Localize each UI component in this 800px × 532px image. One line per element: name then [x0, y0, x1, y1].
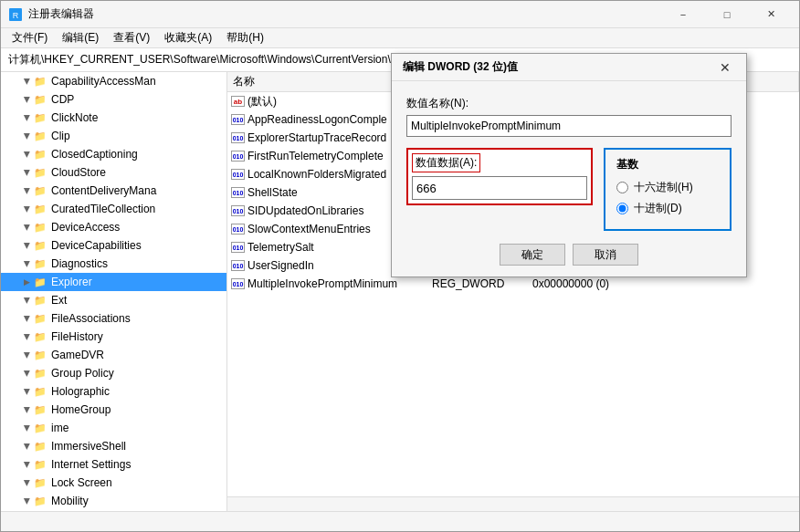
tree-item-ext[interactable]: Ext [1, 291, 226, 309]
dialog-close-button[interactable]: ✕ [715, 57, 735, 78]
tree-item-label: Explorer [51, 276, 92, 288]
folder-icon [34, 311, 48, 326]
folder-icon [34, 256, 48, 271]
dword-icon: 010 [231, 205, 245, 216]
tree-item-homegroup[interactable]: HomeGroup [1, 401, 226, 419]
tree-item-explorer[interactable]: Explorer [1, 273, 226, 291]
entry-name: SIDUpdatedOnLibraries [247, 204, 363, 217]
entry-name: FirstRunTelemetryComplete [247, 150, 384, 162]
tree-item-label: Internet Settings [51, 458, 131, 471]
list-cell-data: 0x00000000 (0) [529, 277, 799, 290]
folder-icon [34, 421, 48, 435]
window-controls: − □ ✕ [662, 1, 792, 28]
name-field-label: 数值名称(N): [406, 96, 732, 111]
edit-dword-dialog[interactable]: 编辑 DWORD (32 位)值 ✕ 数值名称(N): 数值数据(A): 基数 [391, 53, 747, 277]
entry-name: ShellState [247, 186, 298, 199]
maximize-button[interactable]: □ [706, 1, 748, 28]
tree-arrow [19, 183, 34, 198]
radio-dec[interactable] [616, 203, 628, 214]
tree-item-contentdeliverymana[interactable]: ContentDeliveryMana [1, 182, 226, 200]
tree-item-curatedtilecollection[interactable]: CuratedTileCollection [1, 200, 226, 218]
folder-icon [34, 183, 48, 198]
tree-item-diagnostics[interactable]: Diagnostics [1, 255, 226, 273]
radio-dec-label: 十进制(D) [634, 201, 682, 216]
tree-item-label: Holographic [51, 385, 110, 398]
dialog-title: 编辑 DWORD (32 位)值 [403, 59, 715, 75]
tree-item-label: GameDVR [51, 349, 104, 361]
folder-icon [34, 457, 48, 472]
entry-name: ExplorerStartupTraceRecord [247, 131, 386, 144]
entry-name: TelemetrySalt [247, 241, 314, 254]
tree-arrow [19, 402, 34, 417]
list-cell-name: 010MultipleInvokePromptMinimum [227, 277, 428, 290]
dword-icon: 010 [231, 224, 245, 235]
horizontal-scrollbar[interactable] [227, 496, 799, 511]
tree-item-label: FileHistory [51, 330, 103, 343]
dword-icon: 010 [231, 132, 245, 143]
folder-icon [34, 329, 48, 344]
tree-item-deviceaccess[interactable]: DeviceAccess [1, 218, 226, 236]
tree-item-capabilityaccessman[interactable]: CapabilityAccessMan [1, 72, 226, 90]
menu-favorites[interactable]: 收藏夹(A) [157, 28, 219, 47]
folder-icon [34, 475, 48, 490]
folder-icon [34, 238, 48, 253]
menu-file[interactable]: 文件(F) [5, 28, 55, 47]
tree-arrow [19, 457, 34, 472]
dialog-buttons: 确定 取消 [406, 244, 732, 266]
radio-hex-row[interactable]: 十六进制(H) [616, 180, 719, 195]
folder-icon [34, 494, 48, 508]
tree-item-label: Lock Screen [51, 476, 112, 489]
dword-icon: 010 [231, 278, 245, 289]
folder-icon [34, 110, 48, 125]
tree-pane[interactable]: CapabilityAccessManCDPClickNoteClipClose… [1, 72, 227, 511]
tree-item-devicecapabilities[interactable]: DeviceCapabilities [1, 236, 226, 255]
tree-item-label: ime [51, 422, 68, 434]
menu-bar: 文件(F) 编辑(E) 查看(V) 收藏夹(A) 帮助(H) [1, 28, 799, 48]
tree-item-closedcaptioning[interactable]: ClosedCaptioning [1, 145, 226, 163]
tree-arrow [19, 494, 34, 508]
tree-item-clicknote[interactable]: ClickNote [1, 109, 226, 127]
menu-help[interactable]: 帮助(H) [219, 28, 271, 47]
tree-item-immersiveshell[interactable]: ImmersiveShell [1, 437, 226, 455]
menu-edit[interactable]: 编辑(E) [55, 28, 106, 47]
tree-item-lock-screen[interactable]: Lock Screen [1, 474, 226, 492]
tree-item-clip[interactable]: Clip [1, 127, 226, 145]
tree-item-label: Mobility [51, 495, 89, 507]
value-data-label: 数值数据(A): [412, 153, 480, 172]
cancel-button[interactable]: 取消 [573, 244, 638, 266]
radio-dec-row[interactable]: 十进制(D) [616, 201, 719, 216]
tree-item-cdp[interactable]: CDP [1, 90, 226, 109]
list-row[interactable]: 010MultipleInvokePromptMinimumREG_DWORD0… [227, 275, 799, 293]
ok-button[interactable]: 确定 [500, 244, 565, 266]
tree-arrow [19, 256, 34, 271]
window-close-button[interactable]: ✕ [750, 1, 792, 28]
tree-arrow [19, 238, 34, 253]
tree-item-label: ClickNote [51, 111, 98, 124]
base-title: 基数 [616, 157, 719, 172]
tree-item-label: ImmersiveShell [51, 440, 126, 453]
entry-name: (默认) [247, 94, 277, 110]
tree-item-gamedvr[interactable]: GameDVR [1, 346, 226, 364]
tree-arrow [19, 275, 34, 289]
radio-hex[interactable] [616, 182, 628, 193]
name-field-input[interactable] [406, 115, 732, 137]
tree-item-mobility[interactable]: Mobility [1, 492, 226, 510]
tree-item-cloudstore[interactable]: CloudStore [1, 163, 226, 182]
radio-hex-label: 十六进制(H) [634, 180, 693, 195]
tree-item-holographic[interactable]: Holographic [1, 382, 226, 401]
value-data-input[interactable] [412, 176, 587, 200]
minimize-button[interactable]: − [662, 1, 704, 28]
tree-item-label: CloudStore [51, 166, 106, 179]
entry-name: SlowContextMenuEntries [247, 223, 371, 235]
dword-icon: 010 [231, 260, 245, 271]
menu-view[interactable]: 查看(V) [106, 28, 157, 47]
tree-item-filehistory[interactable]: FileHistory [1, 328, 226, 346]
dialog-body: 数值名称(N): 数值数据(A): 基数 十六进制(H) [392, 81, 746, 276]
tree-arrow [19, 439, 34, 454]
tree-arrow [19, 220, 34, 235]
tree-item-ime[interactable]: ime [1, 419, 226, 437]
tree-item-group-policy[interactable]: Group Policy [1, 364, 226, 382]
tree-item-internet-settings[interactable]: Internet Settings [1, 455, 226, 474]
tree-item-fileassociations[interactable]: FileAssociations [1, 309, 226, 328]
tree-arrow [19, 293, 34, 308]
